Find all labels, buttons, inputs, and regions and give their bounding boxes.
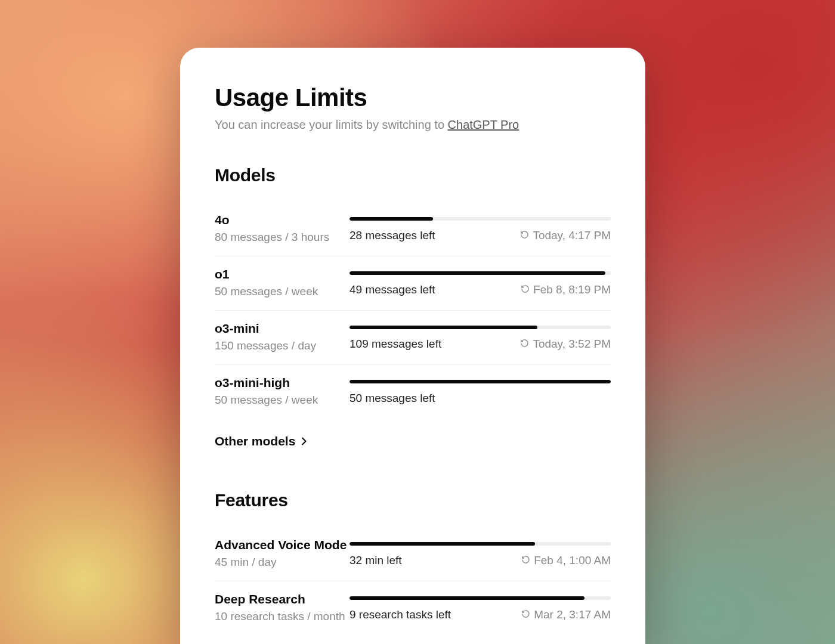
remaining-label: 28 messages left <box>350 229 435 242</box>
feature-quota: 10 research tasks / month <box>215 610 350 623</box>
model-quota: 150 messages / day <box>215 339 350 352</box>
remaining-label: 49 messages left <box>350 283 435 296</box>
remaining-label: 32 min left <box>350 554 402 567</box>
other-models-button[interactable]: Other models <box>215 419 611 454</box>
progress-bar <box>350 542 611 546</box>
page-title: Usage Limits <box>215 83 611 112</box>
features-section-title: Features <box>215 490 611 510</box>
remaining-label: 9 research tasks left <box>350 608 451 621</box>
progress-fill <box>350 542 535 546</box>
refresh-icon <box>521 608 530 621</box>
progress-fill <box>350 217 433 221</box>
progress-fill <box>350 271 605 275</box>
feature-name: Advanced Voice Mode <box>215 538 350 552</box>
progress-fill <box>350 380 611 383</box>
progress-fill <box>350 326 537 329</box>
refresh-icon <box>520 229 529 242</box>
reset-time: Feb 8, 8:19 PM <box>521 283 611 296</box>
model-quota: 50 messages / week <box>215 285 350 298</box>
chevron-right-icon <box>301 434 307 448</box>
model-name: o1 <box>215 267 350 281</box>
reset-time: Today, 3:52 PM <box>520 338 611 351</box>
progress-bar <box>350 217 611 221</box>
model-quota: 50 messages / week <box>215 394 350 407</box>
model-quota: 80 messages / 3 hours <box>215 231 350 244</box>
reset-time: Today, 4:17 PM <box>520 229 611 242</box>
progress-fill <box>350 596 584 600</box>
model-row: o3-mini-high 50 messages / week 50 messa… <box>215 365 611 419</box>
other-models-label: Other models <box>215 434 295 448</box>
model-name: 4o <box>215 213 350 227</box>
reset-time: Feb 4, 1:00 AM <box>521 554 611 567</box>
chatgpt-pro-link[interactable]: ChatGPT Pro <box>448 118 519 131</box>
subtitle-prefix: You can increase your limits by switchin… <box>215 118 448 131</box>
refresh-icon <box>521 283 530 296</box>
feature-quota: 45 min / day <box>215 556 350 569</box>
progress-bar <box>350 271 611 275</box>
progress-bar <box>350 596 611 600</box>
remaining-label: 109 messages left <box>350 338 441 351</box>
feature-name: Deep Research <box>215 592 350 606</box>
reset-time: Mar 2, 3:17 AM <box>521 608 611 621</box>
model-name: o3-mini <box>215 321 350 336</box>
model-row: o3-mini 150 messages / day 109 messages … <box>215 311 611 365</box>
models-section-title: Models <box>215 165 611 185</box>
progress-bar <box>350 380 611 383</box>
usage-limits-card: Usage Limits You can increase your limit… <box>180 48 645 644</box>
page-subtitle: You can increase your limits by switchin… <box>215 118 611 132</box>
feature-row: Advanced Voice Mode 45 min / day 32 min … <box>215 527 611 581</box>
refresh-icon <box>520 338 529 351</box>
feature-row: Deep Research 10 research tasks / month … <box>215 581 611 635</box>
remaining-label: 50 messages left <box>350 392 435 405</box>
model-row: 4o 80 messages / 3 hours 28 messages lef… <box>215 202 611 256</box>
refresh-icon <box>521 554 530 567</box>
model-name: o3-mini-high <box>215 376 350 390</box>
model-row: o1 50 messages / week 49 messages left F… <box>215 256 611 311</box>
progress-bar <box>350 326 611 329</box>
